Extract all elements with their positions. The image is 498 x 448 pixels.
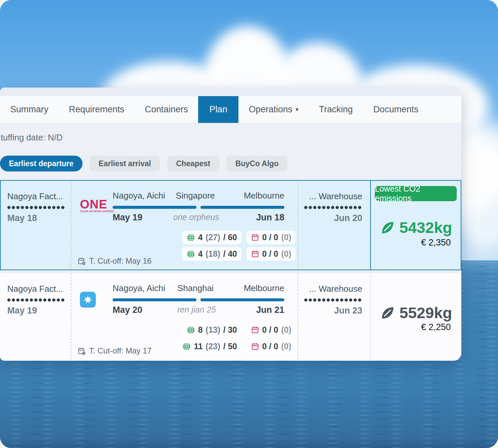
globe-icon [187, 233, 195, 242]
tab-plan[interactable]: Plan [198, 96, 238, 123]
destination-name: ... Warehouse [298, 284, 362, 294]
carrier-logo-one: ONE OCEAN NETWORK EXPRESS [80, 199, 114, 212]
emissions-column: 5529kg € 2,250 [370, 273, 461, 359]
sort-cheapest[interactable]: Cheapest [167, 156, 219, 171]
tab-requirements[interactable]: Requirements [59, 96, 135, 123]
tab-containers[interactable]: Containers [135, 96, 198, 123]
arrival-date: Jun 18 [256, 212, 284, 223]
arrival-date: Jun 21 [256, 305, 284, 315]
route-dots [304, 298, 362, 302]
origin-name: Nagoya Fact... [7, 191, 67, 202]
route-dots [304, 206, 362, 209]
calendar-count-pill: 0 / 0 (0) [247, 323, 296, 337]
route-option-card[interactable]: Nagoya Fact... May 18 ONE OCEAN NETWORK … [0, 180, 461, 270]
destination-name: ... Warehouse [298, 191, 362, 202]
lowest-co2-badge: Lowest CO2 emissions [375, 186, 457, 201]
terminal-cutoff: T. Cut-off: May 17 [77, 346, 152, 355]
emissions-column: Lowest CO2 emissions 5432kg € 2,350 [370, 181, 461, 270]
co2-amount: 5529kg [380, 304, 452, 322]
port-origin: Nagoya, Aichi [113, 191, 165, 201]
tab-documents[interactable]: Documents [363, 96, 429, 123]
origin-column: Nagoya Fact... May 19 [1, 273, 71, 359]
port-transshipment: Shanghai [177, 283, 214, 293]
origin-name: Nagoya Fact... [7, 284, 67, 294]
vessel-name: one orpheus [173, 212, 219, 222]
globe-icon [187, 326, 195, 334]
destination-date: Jun 20 [298, 213, 362, 223]
vessel-name: ren jian 25 [177, 305, 216, 315]
port-destination: Melbourne [244, 283, 284, 293]
screenshot-frame: Summary Requirements Containers Plan Ope… [0, 0, 498, 448]
price: € 2,350 [421, 238, 451, 248]
calendar-icon [251, 233, 259, 242]
origin-date: May 19 [7, 306, 67, 316]
voyage-column: Nagoya, Aichi Shanghai Melbourne May 20 … [71, 273, 298, 359]
calendar-count-pill: 0 / 0 (0) [247, 247, 296, 261]
leaf-icon [380, 220, 395, 235]
price: € 2,250 [421, 322, 451, 332]
calendar-icon [251, 250, 259, 258]
departure-date: May 20 [113, 305, 142, 315]
container-counts: 8 (13) / 30 0 / 0 (0) [178, 323, 296, 353]
leg-bar [200, 298, 284, 301]
route-diagram: Nagoya, Aichi Shanghai Melbourne May 20 … [113, 283, 284, 315]
route-diagram: Nagoya, Aichi Singapore Melbourne May 19… [113, 191, 284, 223]
plan-content: tuffing date: N/D Earliest departure Ear… [0, 123, 461, 360]
panel-top-strip [0, 88, 461, 96]
sort-earliest-departure[interactable]: Earliest departure [0, 156, 83, 171]
tab-operations[interactable]: Operations ▾ [238, 96, 309, 123]
calendar-icon [251, 326, 259, 334]
leg-bar [200, 206, 284, 209]
departure-date: May 19 [113, 212, 142, 223]
destination-date: Jun 23 [298, 306, 362, 316]
sort-buyco-algo[interactable]: BuyCo Algo [227, 156, 288, 171]
cutoff-calendar-icon [77, 257, 86, 266]
one-logo-tagline: OCEAN NETWORK EXPRESS [80, 210, 114, 212]
port-transshipment: Singapore [176, 191, 215, 201]
tab-tracking[interactable]: Tracking [309, 96, 363, 123]
container-count-pill: 8 (13) / 30 [182, 323, 241, 337]
globe-icon [182, 342, 191, 351]
stuffing-date-label: tuffing date: N/D [1, 132, 62, 143]
co2-amount: 5432kg [380, 218, 452, 237]
calendar-count-pill: 0 / 0 (0) [247, 231, 296, 244]
sort-filter-bar: Earliest departure Earliest arrival Chea… [0, 156, 287, 171]
route-dots [7, 298, 65, 302]
chevron-down-icon: ▾ [296, 106, 299, 113]
origin-column: Nagoya Fact... May 18 [1, 181, 71, 270]
leg-bar [113, 206, 196, 209]
origin-date: May 18 [7, 213, 67, 223]
carrier-logo-maersk [80, 292, 96, 308]
maersk-star-icon [83, 294, 93, 305]
port-destination: Melbourne [244, 191, 284, 201]
globe-icon [187, 250, 195, 258]
sort-earliest-arrival[interactable]: Earliest arrival [90, 156, 160, 171]
shipment-panel: Summary Requirements Containers Plan Ope… [0, 88, 461, 361]
voyage-column: ONE OCEAN NETWORK EXPRESS Nagoya, Aichi … [71, 181, 298, 270]
terminal-cutoff: T. Cut-off: May 16 [77, 256, 152, 266]
container-count-pill: 4 (18) / 40 [182, 247, 241, 261]
route-option-card[interactable]: Nagoya Fact... May 19 Nagoya, Aich [0, 273, 461, 360]
leaf-icon [380, 305, 395, 320]
destination-column: ... Warehouse Jun 20 [298, 181, 370, 270]
one-logo-text: ONE [80, 199, 114, 209]
route-dots [7, 206, 65, 209]
tab-summary[interactable]: Summary [0, 96, 59, 123]
port-origin: Nagoya, Aichi [113, 283, 165, 293]
calendar-icon [251, 342, 259, 351]
destination-column: ... Warehouse Jun 23 [298, 273, 370, 359]
tab-bar: Summary Requirements Containers Plan Ope… [0, 96, 461, 123]
route-options-list: Nagoya Fact... May 18 ONE OCEAN NETWORK … [0, 180, 461, 360]
container-counts: 4 (27) / 60 0 / 0 (0) [182, 231, 296, 261]
container-count-pill: 11 (23) / 50 [178, 340, 241, 353]
calendar-count-pill: 0 / 0 (0) [247, 340, 296, 353]
cutoff-calendar-icon [77, 347, 86, 355]
leg-bar [113, 298, 196, 301]
container-count-pill: 4 (27) / 60 [182, 231, 241, 244]
